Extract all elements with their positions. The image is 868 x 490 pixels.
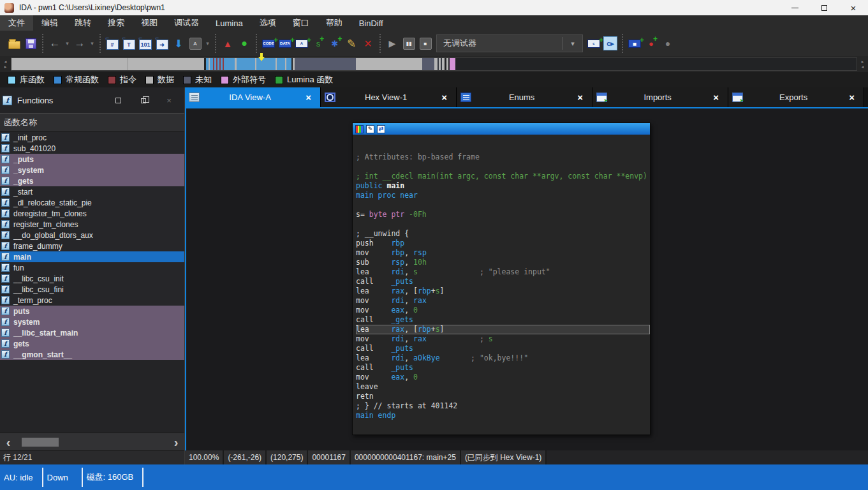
code-line[interactable]: push rbp — [356, 239, 650, 248]
menu-item-选项[interactable]: 选项 — [251, 15, 284, 31]
code-line[interactable]: mov rdi, rax — [356, 296, 650, 306]
menu-item-Lumina[interactable]: Lumina — [207, 17, 251, 30]
debugger-selector-combo[interactable]: 无调试器▾ — [436, 34, 583, 52]
edit-icon[interactable]: ✎ — [344, 36, 359, 51]
tab-IDA View-A[interactable]: IDA View-A× — [185, 87, 321, 107]
forward-dropdown-icon[interactable]: ▾ — [89, 36, 96, 51]
panel-restore-button[interactable] — [131, 96, 156, 105]
navigate-back-icon[interactable]: ← — [47, 36, 63, 51]
code-line[interactable]: sub rsp, 10h — [356, 258, 650, 267]
menu-item-搜索[interactable]: 搜索 — [99, 15, 133, 31]
debugger-pause-icon[interactable]: ▮▮ — [401, 36, 416, 51]
debugger-play-icon[interactable]: ▶ — [385, 36, 400, 51]
tab-close-icon[interactable]: × — [572, 92, 588, 103]
undefine-icon[interactable]: ✕ — [360, 36, 376, 51]
jump-icon[interactable]: ⬇ — [171, 36, 186, 51]
make-name-icon[interactable]: A+ — [294, 36, 309, 51]
hscroll-track[interactable] — [17, 433, 168, 450]
function-row-fun[interactable]: ffun — [0, 262, 184, 273]
code-line[interactable]: leave — [356, 382, 650, 392]
code-line[interactable]: call _puts — [356, 363, 650, 373]
code-line[interactable]: ; Attributes: bp-based frame — [356, 152, 650, 162]
tab-Enums[interactable]: Enums× — [457, 87, 592, 107]
debugger-windows-icon[interactable]: ▦+ — [627, 36, 642, 51]
function-row-__libc_csu_fini[interactable]: f__libc_csu_fini — [0, 284, 184, 295]
menu-item-视图[interactable]: 视图 — [133, 15, 166, 31]
function-row-sub_401020[interactable]: fsub_401020 — [0, 143, 184, 154]
code-line[interactable]: ; } // starts at 401142 — [356, 401, 650, 411]
code-line[interactable]: call _puts — [356, 277, 650, 286]
tab-Hex View-1[interactable]: Hex View-1× — [321, 87, 457, 107]
code-line[interactable]: ; __unwind { — [356, 229, 650, 239]
function-row-_system[interactable]: f_system — [0, 165, 184, 175]
menu-item-文件[interactable]: 文件 — [0, 15, 33, 31]
code-line[interactable] — [356, 219, 650, 229]
disassembly-window[interactable]: ✎⇄ ; Attributes: bp-based frame ; int __… — [352, 122, 651, 435]
search-binary-icon[interactable]: 101 — [138, 36, 153, 51]
code-line[interactable] — [356, 200, 650, 210]
navband-scroll-left[interactable]: ◂▸ — [0, 59, 11, 70]
code-line[interactable]: mov eax, 0 — [356, 373, 650, 382]
ascii-dropdown-icon[interactable]: ▾ — [204, 36, 211, 51]
function-row-_term_proc[interactable]: f_term_proc — [0, 295, 184, 306]
breakpoint-add-icon[interactable]: ●+ — [644, 36, 659, 51]
code-line[interactable]: call _gets — [356, 315, 650, 325]
function-row-_init_proc[interactable]: f_init_proc — [0, 132, 184, 143]
menu-item-BinDiff[interactable]: BinDiff — [351, 17, 392, 30]
tab-close-icon[interactable]: × — [300, 92, 316, 103]
ascii-string-icon[interactable]: A — [188, 36, 203, 51]
function-row-_gets[interactable]: f_gets — [0, 175, 184, 186]
code-line[interactable]: s= byte ptr -0Fh — [356, 210, 650, 219]
code-line[interactable]: call _puts — [356, 344, 650, 353]
navigate-forward-icon[interactable]: → — [72, 36, 87, 51]
code-line[interactable]: main proc near — [356, 191, 650, 200]
make-code-icon[interactable]: CODE+ — [261, 36, 276, 51]
function-row-system[interactable]: fsystem — [0, 316, 184, 327]
hscroll-right-icon[interactable]: › — [168, 436, 184, 449]
menu-item-窗口[interactable]: 窗口 — [284, 15, 318, 31]
functions-column-header[interactable]: 函数名称 — [0, 113, 184, 132]
problems-icon[interactable]: ▲ — [220, 36, 235, 51]
navigation-band[interactable] — [11, 57, 857, 71]
function-row-_puts[interactable]: f_puts — [0, 154, 184, 165]
tab-close-icon[interactable]: × — [708, 92, 724, 103]
function-row-__libc_csu_init[interactable]: f__libc_csu_init — [0, 273, 184, 284]
code-line[interactable]: ; int __cdecl main(int argc, const char … — [356, 172, 650, 181]
function-row-__do_global_dtors_aux[interactable]: f__do_global_dtors_aux — [0, 230, 184, 241]
code-line[interactable]: mov eax, 0 — [356, 306, 650, 315]
tab-close-icon[interactable]: × — [436, 92, 452, 103]
code-line[interactable]: public main — [356, 181, 650, 191]
function-row-main[interactable]: fmain — [0, 251, 184, 262]
code-line[interactable]: lea rax, [rbp+s] — [356, 286, 650, 296]
disassembly-code[interactable]: ; Attributes: bp-based frame ; int __cde… — [353, 135, 650, 434]
tab-close-icon[interactable]: × — [844, 92, 860, 103]
code-line[interactable]: lea rdi, s ; "please input" — [356, 267, 650, 277]
panel-maximize-button[interactable] — [105, 96, 131, 105]
code-line[interactable]: mov rdi, rax ; s — [356, 334, 650, 344]
navband-scroll-right[interactable]: ▸◂ — [857, 59, 868, 70]
make-string-icon[interactable]: s+ — [311, 36, 326, 51]
function-row-deregister_tm_clones[interactable]: fderegister_tm_clones — [0, 208, 184, 219]
make-data-icon[interactable]: DATA+ — [277, 36, 293, 51]
function-row-puts[interactable]: fputs — [0, 306, 184, 316]
search-next-icon[interactable]: ➜ — [154, 36, 170, 51]
code-line[interactable] — [356, 162, 650, 172]
debugger-stop-icon[interactable]: ■ — [418, 36, 433, 51]
code-line[interactable]: mov rbp, rsp — [356, 248, 650, 258]
back-dropdown-icon[interactable]: ▾ — [64, 36, 71, 51]
tab-Exports[interactable]: Exports× — [728, 87, 864, 107]
ida-view-canvas[interactable]: ✎⇄ ; Attributes: bp-based frame ; int __… — [185, 107, 868, 450]
function-row-__gmon_start__[interactable]: f__gmon_start__ — [0, 349, 184, 360]
hscroll-left-icon[interactable]: ‹ — [0, 436, 17, 449]
tab-Imports[interactable]: Imports× — [592, 87, 728, 107]
function-row-gets[interactable]: fgets — [0, 338, 184, 349]
sync-icon[interactable]: ⇄ — [377, 125, 385, 133]
function-row-__libc_start_main[interactable]: f__libc_start_main — [0, 327, 184, 338]
search-text-icon[interactable]: T — [121, 36, 136, 51]
function-row-register_tm_clones[interactable]: fregister_tm_clones — [0, 219, 184, 230]
menu-item-编辑[interactable]: 编辑 — [33, 15, 66, 31]
menu-item-帮助[interactable]: 帮助 — [318, 15, 351, 31]
panel-close-button[interactable]: × — [156, 96, 182, 105]
menu-item-跳转[interactable]: 跳转 — [66, 15, 99, 31]
make-star-icon[interactable]: ✱+ — [327, 36, 342, 51]
